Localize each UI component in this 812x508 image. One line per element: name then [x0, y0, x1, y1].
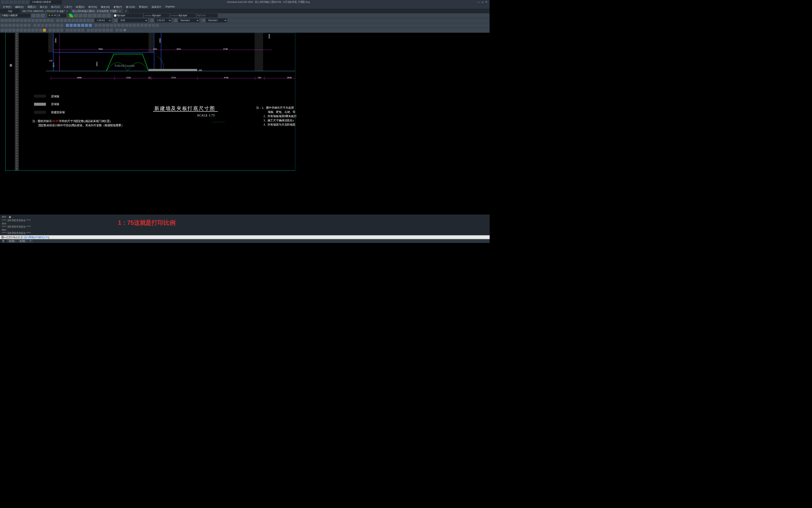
menu-draw[interactable]: 绘图(D) [76, 5, 85, 8]
menu-view[interactable]: 视图(V) [27, 5, 36, 8]
tool-icon[interactable] [37, 24, 40, 27]
tool-icon[interactable] [117, 24, 120, 27]
tool-icon[interactable] [129, 24, 132, 27]
tool-icon[interactable] [110, 29, 113, 31]
tool-icon[interactable] [35, 29, 38, 31]
tool-icon[interactable] [102, 14, 106, 18]
workspace-combo[interactable]: CAD教程小谢老师 [30, 0, 62, 4]
open-icon[interactable] [5, 0, 9, 4]
tool-icon[interactable] [133, 24, 136, 27]
tool-icon[interactable] [12, 29, 15, 31]
tool-icon[interactable] [98, 29, 101, 31]
tool-icon[interactable] [16, 24, 19, 27]
layer-prev-icon[interactable] [36, 14, 40, 18]
drawing-canvas[interactable]: 3000 4500 4960 7663 925 2941 4746 135 11… [0, 33, 490, 215]
tool-icon[interactable] [114, 24, 117, 27]
tool-icon[interactable] [45, 24, 48, 27]
tool-icon[interactable] [102, 24, 105, 27]
fx-icon[interactable]: fx [123, 29, 126, 31]
tool-icon[interactable] [148, 24, 151, 27]
tool-icon[interactable] [8, 29, 11, 31]
minimize-icon[interactable]: — [477, 1, 480, 4]
offset-icon[interactable] [83, 19, 86, 22]
tool-icon[interactable] [47, 19, 50, 22]
array-icon[interactable] [91, 19, 93, 22]
dimstyle-combo[interactable]: Standard [206, 18, 227, 22]
tool-icon[interactable] [83, 14, 87, 18]
tool-icon[interactable] [151, 19, 154, 22]
rect-icon[interactable] [16, 19, 19, 22]
textstyle-combo[interactable]: Standard [178, 18, 199, 22]
cone-icon[interactable] [74, 24, 76, 27]
tool-icon[interactable] [8, 24, 11, 27]
spline-icon[interactable] [35, 19, 38, 22]
font-icon[interactable] [114, 19, 117, 22]
saveas-icon[interactable] [13, 0, 17, 4]
command-input[interactable]: ▸ 指定对角点或 [栏选(F) 围圈(WP) 圈交(CP)]: [0, 235, 490, 239]
tool-icon[interactable] [49, 29, 51, 31]
close-icon[interactable]: ✕ [119, 10, 121, 12]
lock-icon[interactable] [43, 29, 46, 31]
menu-modify[interactable]: 修改(M) [101, 5, 110, 8]
tool-icon[interactable] [39, 19, 42, 22]
arc-icon[interactable] [12, 19, 15, 22]
menu-help[interactable]: 帮助(H) [139, 5, 148, 8]
layer-state-icon[interactable] [41, 14, 45, 18]
tool-icon[interactable] [87, 29, 90, 31]
sphere-icon[interactable] [77, 24, 80, 27]
tool-icon[interactable] [97, 14, 101, 18]
tool-icon[interactable] [125, 24, 128, 27]
move-icon[interactable] [56, 19, 59, 22]
tool-icon[interactable] [31, 29, 34, 31]
tool-icon[interactable] [107, 14, 111, 18]
pyramid-icon[interactable] [81, 24, 84, 27]
text-icon[interactable] [27, 19, 30, 22]
tool-icon[interactable] [141, 24, 143, 27]
tool-icon[interactable] [70, 29, 73, 31]
tool-icon[interactable] [137, 24, 140, 27]
font-combo[interactable]: 宋体 [118, 18, 148, 22]
tool-icon[interactable] [12, 24, 15, 27]
menu-file[interactable]: 文件(F) [3, 5, 11, 8]
tool-icon[interactable] [144, 24, 147, 27]
dimstyle-icon[interactable] [202, 19, 205, 22]
menu-edit[interactable]: 编辑(E) [15, 5, 24, 8]
tool-icon[interactable] [88, 14, 92, 18]
tool-icon[interactable] [43, 19, 46, 22]
tool-icon[interactable] [5, 24, 7, 27]
torus-icon[interactable] [89, 24, 92, 27]
undo-icon[interactable] [21, 0, 25, 4]
point-icon[interactable] [31, 19, 34, 22]
menu-express[interactable]: Express [166, 5, 175, 8]
scale-icon[interactable] [72, 19, 74, 22]
menu-insert[interactable]: 插入(I) [40, 5, 47, 8]
close-icon[interactable]: ✕ [66, 10, 68, 12]
tab-model[interactable]: 型 [0, 239, 7, 243]
tool-icon[interactable] [20, 24, 23, 27]
menu-dim[interactable]: 标注(N) [88, 5, 97, 8]
tool-icon[interactable] [119, 29, 122, 31]
tool-icon[interactable] [74, 14, 78, 18]
tool-icon[interactable] [98, 24, 101, 27]
tool-icon[interactable] [16, 29, 19, 31]
mirror-icon[interactable] [68, 19, 70, 22]
lineweight-combo[interactable]: ——— ByLayer [170, 14, 196, 18]
circle-icon[interactable] [8, 19, 11, 22]
tool-icon[interactable] [116, 29, 118, 31]
tab-layout-add[interactable]: + [28, 239, 34, 243]
tool-icon[interactable] [106, 24, 109, 27]
tool-icon[interactable] [1, 24, 4, 27]
menu-tools[interactable]: 工具(T) [64, 5, 72, 8]
trim-icon[interactable] [75, 19, 78, 22]
restore-icon[interactable]: ▭ [481, 1, 484, 4]
extend-icon[interactable] [79, 19, 82, 22]
scale-combo[interactable]: 1-50 A3 [94, 18, 111, 22]
tool-icon[interactable] [102, 29, 105, 31]
color-icon[interactable] [69, 14, 73, 18]
tool-icon[interactable] [53, 24, 55, 27]
plot-icon[interactable] [17, 0, 21, 4]
tool-icon[interactable] [24, 24, 27, 27]
pline-icon[interactable] [5, 19, 7, 22]
tool-icon[interactable] [33, 24, 36, 27]
cmd-close-icon[interactable]: ✕ [8, 215, 11, 219]
